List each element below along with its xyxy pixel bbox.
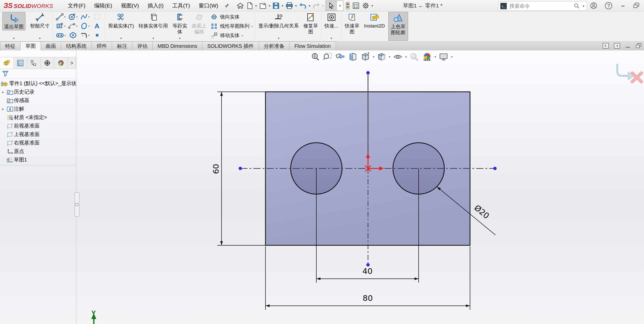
mirror-entities-button[interactable]: 镜向实体 [210,13,253,21]
arc-caret[interactable]: ▾ [76,25,77,28]
tree-root[interactable]: 零件1 (默认) <<默认>_显示状 [0,79,76,88]
quick-snaps-button[interactable]: 快速... ▾ [322,11,341,41]
tab-featuremanager-tree[interactable] [0,57,14,69]
quick-snaps-caret[interactable]: ▾ [330,36,332,41]
panel-splitter-handle[interactable] [75,192,79,217]
undo-button[interactable] [298,1,308,11]
new-document-caret[interactable]: ▾ [254,4,258,8]
settings-button[interactable] [361,1,371,11]
tree-item-material[interactable]: 材质 <未指定> [0,113,76,122]
expand-arrow-icon[interactable]: ▸ [0,107,6,111]
line-tool-button[interactable]: ▾ [56,13,65,20]
convert-entities-button[interactable]: 转换实体引用 ▾ [136,11,170,41]
tab-displaymanager[interactable] [54,57,68,69]
circle-tool-button[interactable]: ▾ [68,13,77,20]
tab-structure-system[interactable]: 结构系统 [61,41,92,50]
exit-sketch-button[interactable]: 退出草图 [2,12,25,30]
smart-dimension-button[interactable]: 智能尺寸 ▾ [28,11,52,41]
linear-pattern-caret[interactable]: ▾ [251,25,253,28]
trim-entities-button[interactable]: 剪裁实体(T) ▾ [106,11,136,41]
menu-edit[interactable]: 编辑(E) [90,0,117,11]
tab-propertymanager[interactable] [14,57,27,69]
shaded-sketch-contours-button[interactable]: 上色草 图轮廓 [388,12,408,41]
display-relations-caret[interactable]: ▾ [278,36,279,41]
new-document-button[interactable] [245,1,254,11]
save-button[interactable] [271,1,281,11]
fillet-tool-button[interactable]: ▾ [80,32,89,39]
move-entities-button[interactable]: 移动实体 ▾ [210,31,253,40]
trim-entities-caret[interactable]: ▾ [120,36,122,41]
collapse-pane-right-icon[interactable] [614,43,620,49]
open-button[interactable] [258,1,268,11]
search-scope-caret[interactable]: ▾ [582,4,585,8]
tree-item-origin[interactable]: 原点 [0,147,76,156]
menu-tools[interactable]: 工具(T) [168,0,194,11]
spline-caret[interactable]: ▾ [88,15,89,18]
dimension-text-width[interactable]: 80 [363,293,373,303]
tree-item-front-plane[interactable]: 前视基准面 [0,122,76,130]
rebuild-button[interactable] [344,1,351,11]
search-icon[interactable] [574,3,580,9]
menu-window[interactable]: 窗口(W) [194,0,223,11]
help-button[interactable]: ? [602,0,615,11]
menu-view[interactable]: 视图(V) [117,0,143,11]
tab-weldments[interactable]: 焊件 [91,41,112,50]
hide-show-caret[interactable]: ▾ [405,55,407,59]
zoom-to-fit-button[interactable] [310,52,321,62]
tree-item-annotations[interactable]: ▸ A 注解 [0,105,76,113]
fillet-caret[interactable]: ▾ [88,34,89,37]
home-button[interactable] [235,1,245,11]
minimize-pane-icon[interactable] [625,43,631,49]
tree-item-right-plane[interactable]: 右视基准面 [0,139,76,147]
hide-show-items-button[interactable] [392,52,404,62]
menu-file[interactable]: 文件(F) [63,0,90,11]
offset-entities-caret[interactable]: ▾ [179,36,181,41]
tree-item-sensors[interactable]: 传感器 [0,96,76,105]
circle-caret[interactable]: ▾ [76,15,77,18]
quick-sketch-button[interactable]: 快速草 图 [342,11,362,41]
point-tool-button[interactable] [95,33,99,38]
save-caret[interactable]: ▾ [281,4,284,8]
ellipse-tool-button[interactable]: ▾ [80,22,89,30]
spline-tool-button[interactable]: ▾ [80,13,89,20]
select-tool-button[interactable] [326,1,337,11]
print-button[interactable] [284,1,295,11]
tab-addins[interactable]: SOLIDWORKS 插件 [202,41,259,50]
rectangle-caret[interactable]: ▾ [64,25,65,28]
apply-scene-button[interactable] [421,52,433,62]
display-style-button[interactable] [376,52,387,62]
linear-pattern-button[interactable]: 线性草图阵列 ▾ [210,22,253,31]
dimension-text-spacing[interactable]: 40 [362,266,372,276]
tree-filter-row[interactable] [0,69,76,78]
minimize-button[interactable]: – [617,0,629,11]
tree-item-history[interactable]: ▸ 历史记录 [0,88,76,96]
tab-evaluate[interactable]: 评估 [132,41,153,50]
settings-caret[interactable]: ▾ [371,4,374,8]
open-caret[interactable]: ▾ [268,4,271,8]
instant2d-button[interactable]: Instant2D [362,11,387,41]
confirm-exit-sketch-icon[interactable] [617,64,629,76]
text-tool-button[interactable]: A [95,23,99,29]
tab-analysis-prep[interactable]: 分析准备 [259,41,290,50]
view-settings-button[interactable] [438,52,449,62]
tab-dimxpertmanager[interactable] [41,57,54,69]
print-caret[interactable]: ▾ [295,4,298,8]
view-orientation-button[interactable] [360,52,371,62]
tab-flow-simulation[interactable]: Flow Simulation [289,41,336,50]
cascade-window-icon[interactable] [635,43,642,49]
rectangle-tool-button[interactable]: ▾ [56,22,65,30]
apply-scene-caret[interactable]: ▾ [434,55,437,59]
collapse-pane-left-icon[interactable] [602,43,609,49]
select-tool-dropdown[interactable]: ▾ [337,1,343,11]
exit-sketch-caret[interactable]: ▾ [13,36,15,41]
pin-menu-button[interactable] [224,3,230,8]
options-list-button[interactable] [351,1,361,11]
restore-window-button[interactable] [630,0,642,11]
previous-view-button[interactable] [334,52,346,62]
smart-dimension-caret[interactable]: ▾ [39,36,41,41]
tab-markup[interactable]: 标注 [112,41,132,50]
sketch-canvas[interactable]: 60 40 80 Ø20 [0,50,644,324]
tree-item-top-plane[interactable]: 上视基准面 [0,130,76,139]
dimension-text-diameter[interactable]: Ø20 [473,203,491,221]
offset-entities-button[interactable]: 等距实 体 ▾ [170,11,189,41]
